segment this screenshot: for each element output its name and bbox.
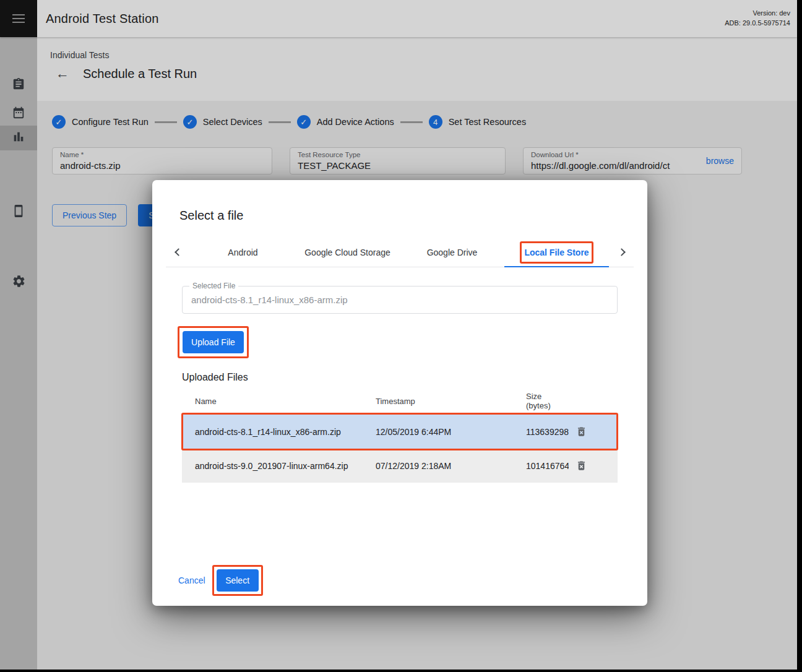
- uploaded-files-heading: Uploaded Files: [182, 372, 647, 383]
- chevron-left-icon: [175, 248, 183, 256]
- file-timestamp-cell: 12/05/2019 6:44PM: [363, 427, 513, 437]
- selected-file-value: android-cts-8.1_r14-linux_x86-arm.zip: [183, 286, 617, 313]
- cancel-button[interactable]: Cancel: [178, 575, 205, 585]
- column-header-timestamp: Timestamp: [363, 389, 513, 413]
- file-name-cell: android-sts-9.0_201907-linux-arm64.zip: [182, 461, 363, 471]
- file-timestamp-cell: 07/12/2019 2:18AM: [363, 461, 513, 471]
- tab-android[interactable]: Android: [191, 238, 295, 267]
- delete-file-button[interactable]: [572, 457, 590, 475]
- file-size-cell: 113639298: [513, 427, 569, 437]
- tab-local-file-store[interactable]: Local File Store: [504, 238, 609, 267]
- column-header-actions: [569, 394, 593, 408]
- file-row-android-cts[interactable]: android-cts-8.1_r14-linux_x86-arm.zip 12…: [182, 415, 618, 449]
- tabs-scroll-right-button[interactable]: [609, 238, 634, 267]
- file-name-cell: android-cts-8.1_r14-linux_x86-arm.zip: [182, 427, 363, 437]
- dialog-footer: Cancel Select: [178, 569, 259, 592]
- selected-file-label: Selected File: [189, 282, 238, 290]
- file-row-android-sts[interactable]: android-sts-9.0_201907-linux-arm64.zip 0…: [182, 449, 618, 483]
- column-header-size: Size (bytes): [513, 388, 569, 414]
- dialog-title: Select a file: [179, 208, 647, 223]
- upload-file-button[interactable]: Upload File: [183, 331, 244, 353]
- uploaded-files-table: Name Timestamp Size (bytes) android-cts-…: [182, 388, 618, 483]
- selected-file-field[interactable]: Selected File android-cts-8.1_r14-linux_…: [182, 286, 618, 314]
- select-file-dialog: Select a file Android Google Cloud Stora…: [152, 180, 647, 606]
- trash-icon: [576, 426, 587, 437]
- screen: Android Test Station Version: dev ADB: 2…: [0, 0, 802, 672]
- tab-google-cloud-storage[interactable]: Google Cloud Storage: [295, 238, 400, 267]
- trash-icon: [576, 460, 587, 472]
- column-header-name: Name: [182, 389, 363, 413]
- tabs-scroll-left-button[interactable]: [166, 238, 191, 267]
- dialog-tabbar: Android Google Cloud Storage Google Driv…: [166, 238, 634, 267]
- file-size-cell: 101416764: [513, 461, 569, 471]
- chevron-right-icon: [618, 248, 626, 256]
- tab-google-drive[interactable]: Google Drive: [400, 238, 504, 267]
- delete-file-button[interactable]: [572, 423, 590, 441]
- select-button[interactable]: Select: [217, 569, 259, 592]
- table-header-row: Name Timestamp Size (bytes): [182, 388, 618, 415]
